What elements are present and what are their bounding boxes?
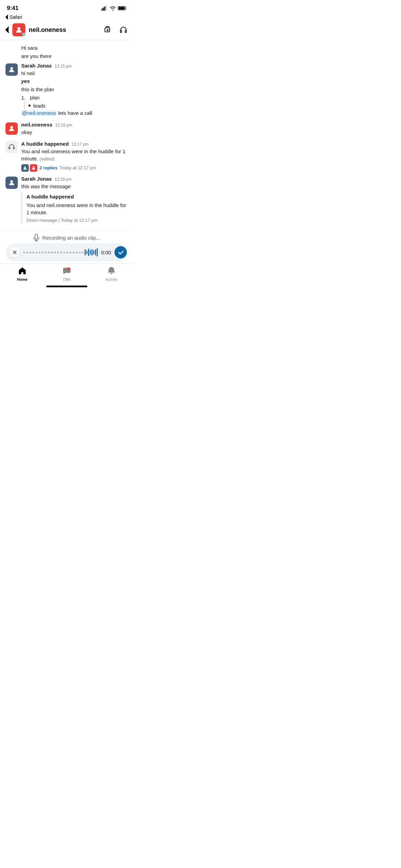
user-icon	[15, 26, 23, 34]
msg-header: Sarah Jonas 12:19 pm	[21, 176, 128, 182]
wave-dot	[45, 252, 47, 253]
msg-time: 12:15 pm	[54, 64, 72, 69]
status-bar: 9:41	[0, 0, 134, 14]
wave-dot	[23, 252, 25, 253]
recording-timer: 0:00	[101, 250, 111, 255]
tab-home[interactable]: Home	[12, 266, 33, 281]
wave-bar	[92, 249, 93, 256]
wave-dot	[73, 252, 74, 253]
list-border	[24, 102, 25, 110]
share-icon[interactable]	[103, 25, 112, 35]
thread-avatars	[21, 164, 37, 172]
safari-back[interactable]: Safari	[0, 14, 134, 21]
send-recording-button[interactable]	[114, 246, 127, 258]
msg-content: Sarah Jonas 12:19 pm this was the messag…	[21, 176, 128, 224]
msg-text: okay	[21, 129, 128, 136]
wave-bar	[97, 248, 98, 256]
msg-line: hi neil	[21, 70, 128, 77]
wave-dot	[60, 252, 62, 253]
thread-row[interactable]: 2 replies Today at 12:17 pm	[21, 164, 128, 172]
safari-back-icon	[5, 15, 8, 20]
sarah-avatar	[5, 63, 18, 76]
status-time: 9:41	[7, 5, 19, 12]
svg-point-22	[67, 267, 70, 270]
dms-tab-icon	[62, 266, 71, 277]
thread-replies[interactable]: 2 replies	[39, 165, 58, 170]
user-icon	[8, 179, 15, 186]
wave-dot	[48, 252, 50, 253]
svg-point-14	[24, 166, 26, 168]
svg-rect-3	[106, 6, 107, 11]
msg-time: 12:16 pm	[55, 123, 72, 128]
wave-dot	[82, 252, 84, 253]
msg-header: neil.oneness 12:16 pm	[21, 122, 128, 128]
safari-back-label: Safari	[10, 14, 22, 20]
wifi-icon	[110, 6, 116, 11]
huddle-message: A huddle happened 12:17 pm You and neil.…	[0, 140, 134, 174]
home-tab-icon	[18, 266, 27, 277]
thread-time: Today at 12:17 pm	[60, 165, 96, 170]
svg-rect-2	[104, 7, 105, 11]
home-bar	[46, 286, 87, 287]
msg-content: neil.oneness 12:16 pm okay	[21, 122, 128, 137]
dms-tab-label: DMs	[63, 277, 71, 281]
wave-bar	[90, 250, 91, 255]
svg-point-11	[10, 126, 13, 129]
huddle-desc: You and neil.oneness were in the huddle …	[21, 148, 128, 162]
tab-activity[interactable]: Activity	[101, 266, 122, 281]
bullet-text: leads	[33, 102, 46, 110]
svg-rect-1	[103, 8, 104, 11]
wave-dot	[29, 252, 31, 253]
msg-time: 12:19 pm	[54, 177, 72, 182]
wave-bar	[93, 250, 94, 254]
msg-author: Sarah Jonas	[21, 176, 52, 182]
wave-dot	[66, 252, 68, 253]
msg-line: yes	[21, 77, 128, 85]
wave-dot	[76, 252, 77, 253]
wave-dot	[33, 252, 34, 253]
x-icon	[12, 250, 17, 255]
bell-icon	[107, 266, 116, 275]
dms-icon	[62, 266, 71, 275]
headphones-icon	[8, 143, 15, 151]
huddle-time: 12:17 pm	[72, 142, 89, 147]
home-tab-label: Home	[17, 277, 28, 281]
user-icon	[8, 125, 15, 132]
msg-list-numbered: 1. plan	[21, 94, 128, 101]
user-icon	[31, 166, 36, 170]
svg-point-10	[10, 67, 13, 69]
svg-point-6	[17, 27, 20, 30]
quoted-title: A huddle happened	[26, 193, 128, 201]
tab-bar: Home DMs Activity	[0, 263, 134, 283]
user-icon	[8, 66, 15, 73]
recording-label: Recording an audio clip...	[33, 234, 100, 241]
home-icon	[18, 266, 27, 275]
huddle-icon-wrap	[5, 141, 18, 153]
huddle-title: A huddle happened	[21, 141, 69, 147]
nav-avatar-wrap	[12, 23, 25, 36]
status-icons	[101, 6, 127, 11]
cancel-recording-button[interactable]	[10, 247, 20, 257]
svg-rect-13	[13, 147, 15, 149]
neil-avatar	[5, 122, 18, 135]
msg-line-mention: @neil.oneness lets have a call	[21, 109, 128, 117]
headphones-icon[interactable]	[119, 25, 128, 35]
msg-list-bullet: leads	[21, 102, 128, 110]
wave-bar	[88, 249, 89, 256]
thread-avatar-1	[21, 164, 29, 172]
quoted-meta: Direct message | Today at 12:17 pm	[26, 217, 128, 224]
battery-icon	[118, 6, 127, 11]
msg-author: neil.oneness	[21, 122, 52, 128]
back-button[interactable]	[5, 27, 9, 33]
waveform	[23, 248, 98, 257]
tab-dms[interactable]: DMs	[57, 266, 77, 281]
msg-content: A huddle happened 12:17 pm You and neil.…	[21, 141, 128, 172]
message-neil-1: neil.oneness 12:16 pm okay	[0, 120, 134, 140]
quoted-text: You and neil.oneness were in the huddle …	[26, 202, 128, 216]
nav-bar: neil.oneness	[0, 21, 134, 40]
wave-dots	[23, 252, 84, 253]
message-continuation-1: Hi sara are you there	[0, 44, 134, 61]
quoted-message: A huddle happened You and neil.oneness w…	[21, 193, 128, 224]
bullet-item: leads	[28, 102, 46, 110]
msg-line: this is the plan	[21, 86, 128, 93]
